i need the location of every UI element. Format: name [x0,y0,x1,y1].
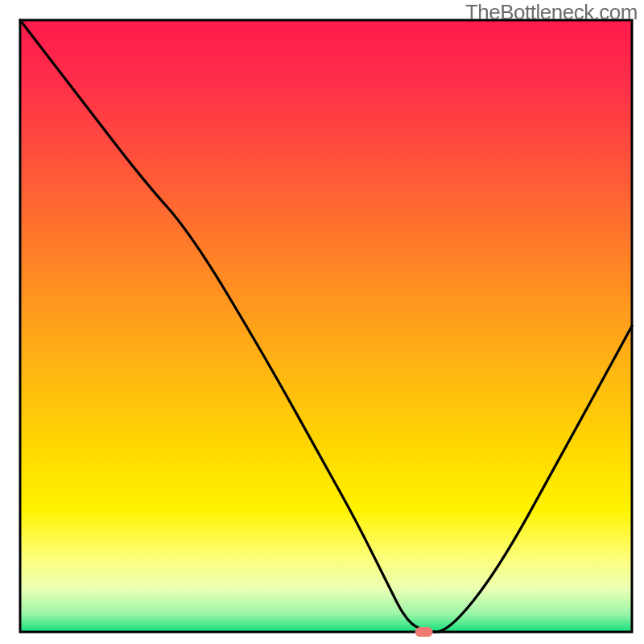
chart-svg [0,0,644,644]
watermark-label: TheBottleneck.com [465,0,638,25]
optimal-marker [415,627,433,637]
plot-background [20,20,632,632]
bottleneck-chart: TheBottleneck.com [0,0,644,644]
